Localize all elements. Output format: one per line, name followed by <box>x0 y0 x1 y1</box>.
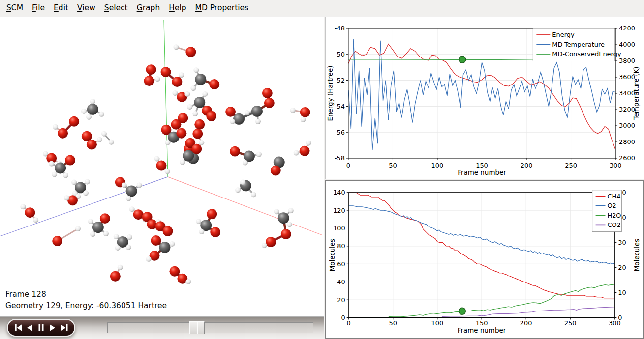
menu-item-graph[interactable]: Graph <box>132 3 165 12</box>
atom-H <box>274 209 279 214</box>
pause-button[interactable] <box>36 324 46 332</box>
atom-O <box>171 119 181 130</box>
atom-H <box>63 172 68 178</box>
menu-item-edit[interactable]: Edit <box>49 3 73 12</box>
atom-H <box>20 204 26 209</box>
energy-temperature-chart[interactable]: 050100150200250300-48-50-52-54-56-582600… <box>326 17 644 179</box>
atom-C <box>278 212 289 224</box>
frame-slider[interactable] <box>107 322 313 333</box>
x-axis-title: Frame number <box>458 169 506 176</box>
atom-O <box>65 155 75 166</box>
atom-C <box>87 104 98 115</box>
atom-H <box>240 179 245 185</box>
y-left-axis-title: Energy (Hartree) <box>326 65 334 121</box>
molecule-3d-viewer[interactable]: Frame 128 Geometry 129, Energy: -60.3605… <box>0 17 324 317</box>
atom-H <box>256 152 262 157</box>
current-frame-marker[interactable] <box>459 308 465 314</box>
frame-slider-handle[interactable] <box>189 321 205 334</box>
atom-H <box>230 119 235 124</box>
x-tick-label: 0 <box>347 319 351 327</box>
current-frame-marker[interactable] <box>459 56 466 63</box>
x-tick-label: 150 <box>476 319 488 327</box>
atom-H <box>97 137 102 142</box>
y-right-tick-label: 20 <box>618 264 626 271</box>
atom-H <box>185 279 191 284</box>
y-right-tick-label: 3000 <box>619 122 635 129</box>
atom-O <box>192 129 203 139</box>
atom-H <box>196 219 201 224</box>
atom-H <box>164 169 170 174</box>
atom-H <box>243 160 248 166</box>
atom-H <box>75 226 81 231</box>
atom-H <box>255 119 261 124</box>
menu-item-file[interactable]: File <box>28 3 49 12</box>
atom-H <box>193 67 199 73</box>
atom-H <box>126 245 131 250</box>
y-right-tick-label: 4000 <box>619 41 635 48</box>
atom-H <box>251 192 256 197</box>
geometry-energy-label: Geometry 129, Energy: -60.36051 Hartree <box>5 300 167 311</box>
atom-C <box>92 222 104 233</box>
atom-H <box>126 196 131 201</box>
play-button[interactable] <box>48 324 58 332</box>
x-tick-label: 250 <box>564 319 577 327</box>
atom-O <box>144 76 154 86</box>
slider-handle-right <box>197 321 205 334</box>
atom-O <box>52 236 62 246</box>
atom-H <box>294 150 299 156</box>
atom-H <box>86 114 92 120</box>
menu-item-scm[interactable]: SCM <box>2 3 28 12</box>
atom-H <box>99 112 104 117</box>
atom-O <box>146 64 156 75</box>
atom-O <box>209 79 219 89</box>
atom-H <box>287 222 292 227</box>
molecules-chart[interactable]: 0501001502002503000204060801001201400102… <box>326 181 643 338</box>
y-left-axis-title: Molecules <box>329 239 336 271</box>
atom-H <box>90 231 95 237</box>
menu-bar: SCMFileEditViewSelectGraphHelpMD Propert… <box>0 0 644 16</box>
x-tick-label: 0 <box>346 162 350 169</box>
atom-H <box>301 117 306 122</box>
y-right-tick-label: 2800 <box>619 138 635 145</box>
y-left-tick-label: -56 <box>335 129 345 136</box>
atom-H <box>169 241 175 247</box>
atom-H <box>114 234 119 239</box>
atom-O <box>191 144 202 154</box>
atom-H <box>90 99 95 104</box>
atom-O <box>230 146 240 157</box>
atom-C <box>233 113 245 125</box>
menu-item-help[interactable]: Help <box>164 3 190 12</box>
atom-O <box>172 77 182 87</box>
y-right-tick-label: 10 <box>618 289 626 296</box>
molecule-scene[interactable] <box>0 17 324 316</box>
player-buttons <box>7 319 75 337</box>
atom-H <box>190 85 196 91</box>
atom-O <box>100 213 110 224</box>
atom-H <box>187 104 192 110</box>
skip-to-start-icon <box>14 324 23 332</box>
atom-C <box>159 242 171 253</box>
atom-H <box>199 140 204 145</box>
menu-item-view[interactable]: View <box>73 3 100 12</box>
atom-H <box>262 243 267 248</box>
atom-H <box>179 72 184 78</box>
y-right-tick-label: 0 <box>618 314 622 321</box>
x-tick-label: 150 <box>476 162 488 169</box>
atom-H <box>49 161 54 167</box>
atom-H <box>115 245 121 251</box>
atom-H <box>122 182 127 188</box>
atom-H <box>88 219 93 224</box>
atom-H <box>154 156 160 162</box>
atom-H <box>165 140 170 145</box>
x-tick-label: 100 <box>431 319 444 327</box>
skip-to-end-button[interactable] <box>59 324 69 332</box>
menu-item-md-properties[interactable]: MD Properties <box>191 3 253 12</box>
atom-O <box>207 209 217 219</box>
atom-O <box>210 227 220 237</box>
step-back-button[interactable] <box>25 324 34 332</box>
atom-O <box>300 146 310 156</box>
y-left-tick-label: 60 <box>337 260 345 268</box>
atom-O <box>151 235 161 246</box>
menu-item-select[interactable]: Select <box>100 3 132 12</box>
skip-to-start-button[interactable] <box>13 324 23 332</box>
